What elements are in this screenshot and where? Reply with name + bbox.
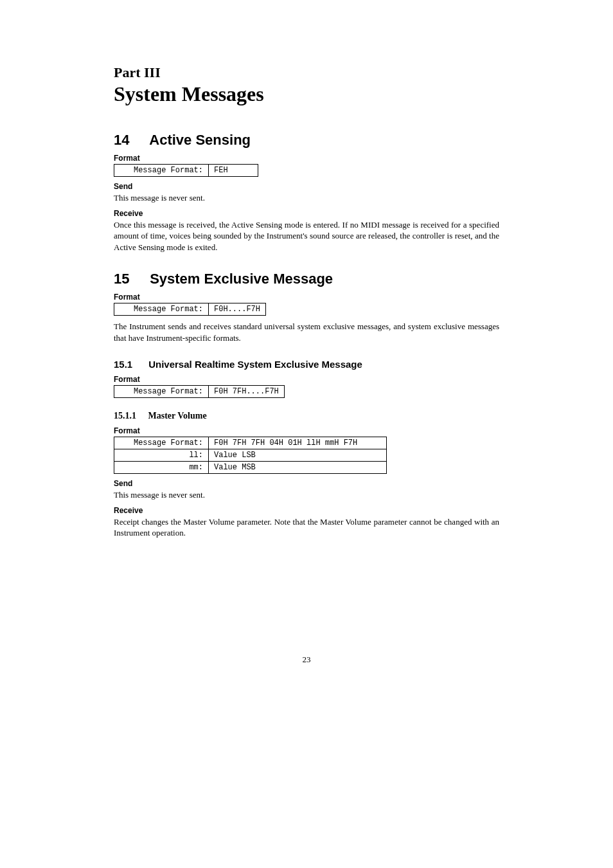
send-text: This message is never sent.	[114, 192, 499, 204]
table-row: Message Format: F0H....F7H	[114, 303, 266, 316]
section-title: System Exclusive Message	[150, 271, 333, 287]
receive-label: Receive	[114, 506, 499, 515]
section-number: 14	[114, 132, 146, 149]
format-table-15-1: Message Format: F0H 7FH....F7H	[114, 385, 285, 398]
table-cell-key: Message Format:	[114, 437, 209, 449]
section-14-heading: 14 Active Sensing	[114, 132, 499, 149]
format-label: Format	[114, 375, 499, 384]
intro-text: The Instrument sends and receives standa…	[114, 321, 499, 343]
table-cell-key: Message Format:	[114, 386, 209, 398]
table-cell-val: F0H 7FH 7FH 04H 01H llH mmH F7H	[209, 437, 387, 449]
format-table-14: Message Format: FEH	[114, 164, 258, 177]
page-number: 23	[114, 655, 499, 665]
table-cell-val: Value MSB	[209, 462, 387, 474]
receive-text: Receipt changes the Master Volume parame…	[114, 516, 499, 539]
table-cell-key: ll:	[114, 449, 209, 462]
section-15-heading: 15 System Exclusive Message	[114, 271, 499, 287]
section-title: Universal Realtime System Exclusive Mess…	[148, 359, 362, 370]
receive-text: Once this message is received, the Activ…	[114, 219, 499, 253]
send-label: Send	[114, 182, 499, 191]
table-cell-key: Message Format:	[114, 303, 209, 316]
section-number: 15	[114, 271, 146, 287]
format-table-15: Message Format: F0H....F7H	[114, 303, 266, 316]
format-label: Format	[114, 154, 499, 163]
format-label: Format	[114, 293, 499, 302]
section-title: Active Sensing	[149, 132, 251, 148]
part-title: System Messages	[114, 82, 499, 106]
table-cell-key: Message Format:	[114, 165, 209, 177]
table-row: Message Format: F0H 7FH....F7H	[114, 386, 285, 398]
table-cell-val: F0H....F7H	[209, 303, 266, 316]
send-text: This message is never sent.	[114, 489, 499, 501]
part-label: Part III	[114, 64, 499, 81]
table-cell-key: mm:	[114, 462, 209, 474]
format-label: Format	[114, 426, 499, 435]
table-cell-val: F0H 7FH....F7H	[209, 386, 285, 398]
table-row: ll: Value LSB	[114, 449, 387, 462]
table-cell-val: Value LSB	[209, 449, 387, 462]
section-15-1-heading: 15.1 Universal Realtime System Exclusive…	[114, 359, 499, 370]
table-row: mm: Value MSB	[114, 462, 387, 474]
table-row: Message Format: F0H 7FH 7FH 04H 01H llH …	[114, 437, 387, 449]
section-title: Master Volume	[148, 411, 207, 420]
section-number: 15.1.1	[114, 411, 146, 421]
receive-label: Receive	[114, 209, 499, 218]
format-table-15-1-1: Message Format: F0H 7FH 7FH 04H 01H llH …	[114, 437, 387, 474]
table-row: Message Format: FEH	[114, 165, 258, 177]
send-label: Send	[114, 479, 499, 488]
section-number: 15.1	[114, 359, 146, 370]
table-cell-val: FEH	[209, 165, 258, 177]
page: Part III System Messages 14 Active Sensi…	[56, 0, 557, 691]
section-15-1-1-heading: 15.1.1 Master Volume	[114, 411, 499, 421]
